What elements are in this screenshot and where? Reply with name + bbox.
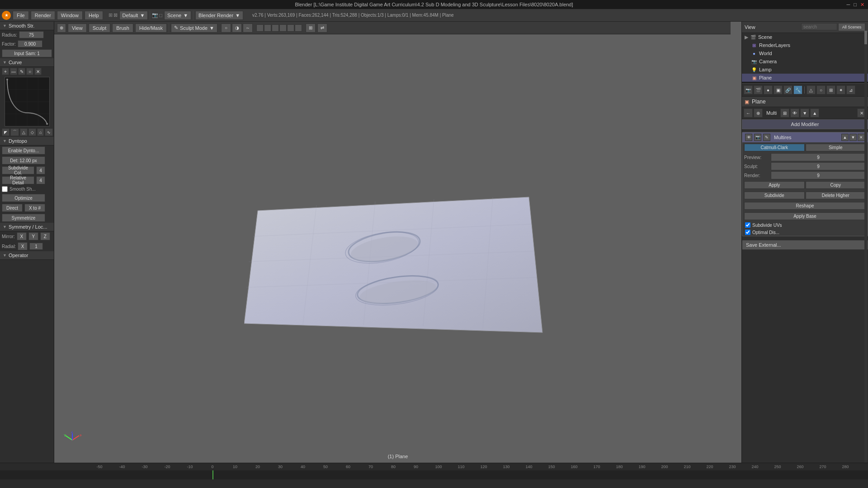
mod-tool-1[interactable]: ← xyxy=(744,108,753,117)
outliner-item-plane[interactable]: ▣ Plane xyxy=(742,74,868,82)
curve-type-1[interactable]: ◤ xyxy=(2,128,9,136)
sculpt-menu[interactable]: Sculpt xyxy=(89,23,111,33)
mod-tool-3[interactable]: ⊞ xyxy=(780,108,789,117)
prop-constraints-icon[interactable]: 🔗 xyxy=(783,85,793,94)
prop-texture-icon[interactable]: ⊞ xyxy=(826,85,835,94)
direct-value-btn[interactable]: X to # xyxy=(24,204,45,212)
prop-physics-icon[interactable]: ⊿ xyxy=(846,85,855,94)
curve-type-6[interactable]: ∿ xyxy=(45,128,53,136)
all-scenes-select[interactable]: All Scenes xyxy=(838,23,865,31)
sym-icon[interactable]: ⇌ xyxy=(317,23,327,33)
curve-add-btn[interactable]: + xyxy=(2,68,9,75)
mirror-z-btn[interactable]: Z xyxy=(40,232,50,240)
relative-detail-num[interactable]: 4 xyxy=(36,176,45,184)
interaction-mode-select[interactable]: Default▼ xyxy=(119,11,148,20)
outliner-item-scene[interactable]: ▶ 🎬 Scene xyxy=(742,33,868,41)
copy-btn[interactable]: Copy xyxy=(806,181,866,189)
mod-delete-btn[interactable]: ✕ xyxy=(858,134,865,141)
dyntopo-header[interactable]: ▼ Dyntopo xyxy=(0,137,54,145)
stroke-btn[interactable]: ～ xyxy=(243,23,253,33)
mod-tool-2[interactable]: ⊕ xyxy=(754,108,763,117)
mod-up-btn[interactable]: ▲ xyxy=(841,134,849,141)
apply-base-btn[interactable]: Apply Base xyxy=(744,212,866,220)
subdivide-btn[interactable]: Subdivide xyxy=(744,192,805,199)
enable-dyntopo-btn[interactable]: Enable Dynto... xyxy=(2,146,45,155)
save-external-btn[interactable]: Save External... xyxy=(742,240,868,250)
mirror-x-btn[interactable]: X xyxy=(17,232,27,240)
scene-select[interactable]: Scene▼ xyxy=(164,11,191,20)
mod-edit-icon[interactable]: ✎ xyxy=(763,134,770,141)
minimize-btn[interactable]: ─ xyxy=(847,2,850,8)
mod-down-btn[interactable]: ▼ xyxy=(849,134,857,141)
prop-world-icon[interactable]: ● xyxy=(764,85,773,94)
prop-modifiers-icon[interactable]: 🔧 xyxy=(793,85,802,94)
sculpt-mode-select[interactable]: ✎ Sculpt Mode▼ xyxy=(171,23,217,33)
view-menu[interactable]: View xyxy=(68,23,87,33)
smooth-shading-check[interactable] xyxy=(2,186,8,192)
curve-type-4[interactable]: ◇ xyxy=(28,128,36,136)
detail-size-btn[interactable]: Det: 12.00 px xyxy=(2,156,45,164)
factor-input[interactable] xyxy=(18,40,42,47)
prop-material-icon[interactable]: ○ xyxy=(816,85,826,94)
operator-header[interactable]: ▼ Operator xyxy=(0,251,54,260)
outliner-item-lamp[interactable]: 💡 Lamp xyxy=(742,66,868,74)
render-value[interactable] xyxy=(771,171,866,179)
apply-btn[interactable]: Apply xyxy=(744,181,805,189)
mod-tool-4[interactable]: 👁 xyxy=(790,108,799,117)
curve-close-btn[interactable]: ✕ xyxy=(34,68,42,75)
symmetrize-btn[interactable]: Symmetrize xyxy=(2,214,45,222)
close-btn[interactable]: ✕ xyxy=(860,2,864,8)
sculpt-value[interactable] xyxy=(771,162,866,170)
mirror-y-btn[interactable]: Y xyxy=(28,232,38,240)
menu-render[interactable]: Render xyxy=(31,11,55,20)
outliner-item-world[interactable]: ● World xyxy=(742,49,868,57)
engine-select[interactable]: Blender Render▼ xyxy=(195,11,243,20)
input-sample-btn[interactable]: Input Sam: 1 xyxy=(2,49,52,57)
smooth-str-header[interactable]: ▼ Smooth Str. xyxy=(0,22,54,30)
brush-menu[interactable]: Brush xyxy=(112,23,133,33)
tex-icon[interactable]: ⊞ xyxy=(306,23,316,33)
outliner-item-camera[interactable]: 📷 Camera xyxy=(742,57,868,66)
relative-detail-btn[interactable]: Relative Detail xyxy=(2,176,34,184)
mod-vis-icon[interactable]: 👁 xyxy=(745,134,752,141)
mod-tool-5[interactable]: ▼ xyxy=(800,108,809,117)
outliner-search[interactable] xyxy=(801,23,837,30)
curve-type-3[interactable]: △ xyxy=(20,128,28,136)
mod-render-icon[interactable]: 📷 xyxy=(754,134,761,141)
catmull-clark-btn[interactable]: Catmull-Clark xyxy=(744,144,805,151)
subdivide-col-num[interactable]: 4 xyxy=(36,166,45,174)
maximize-btn[interactable]: □ xyxy=(854,2,857,8)
falloff-btn[interactable]: ◑ xyxy=(232,23,242,33)
curve-type-5[interactable]: ⌂ xyxy=(37,128,44,136)
preview-value[interactable] xyxy=(771,153,866,161)
scroll-bar[interactable] xyxy=(864,31,867,463)
brush-circle-btn[interactable]: ○ xyxy=(221,23,231,33)
prop-scene-icon[interactable]: 🎬 xyxy=(754,85,763,94)
3d-viewport[interactable]: User Persp xyxy=(54,22,741,463)
reshape-btn[interactable]: Reshape xyxy=(744,202,866,210)
curve-circle-btn[interactable]: ○ xyxy=(26,68,33,75)
outliner-item-renderlayers[interactable]: ⊞ RenderLayers xyxy=(742,41,868,49)
timeline-track[interactable] xyxy=(0,470,868,479)
prop-render-icon[interactable]: 📷 xyxy=(744,85,753,94)
curve-edit-btn[interactable]: ✎ xyxy=(18,68,25,75)
scroll-thumb[interactable] xyxy=(864,31,867,44)
prop-object-icon[interactable]: ▣ xyxy=(774,85,783,94)
radial-x-btn[interactable]: X xyxy=(18,242,28,250)
curve-type-2[interactable]: ⌒ xyxy=(10,128,19,136)
hidemask-menu[interactable]: Hide/Mask xyxy=(135,23,167,33)
menu-window[interactable]: Window xyxy=(57,11,83,20)
prop-data-icon[interactable]: △ xyxy=(807,85,816,94)
mod-tool-6[interactable]: ▲ xyxy=(810,108,819,117)
subdivide-col-btn[interactable]: Subdivide Col. xyxy=(2,166,34,174)
optimal-dis-check[interactable] xyxy=(745,230,750,235)
menu-help[interactable]: Help xyxy=(85,11,103,20)
curve-remove-btn[interactable]: — xyxy=(10,68,17,75)
symmetry-header[interactable]: ▼ Symmetry / Loc... xyxy=(0,223,54,231)
radial-value-input[interactable] xyxy=(29,243,43,250)
add-modifier-btn[interactable]: Add Modifier xyxy=(742,119,868,129)
optimize-btn[interactable]: Optimize xyxy=(2,194,45,202)
curve-canvas[interactable] xyxy=(5,77,50,127)
prop-particles-icon[interactable]: ✦ xyxy=(836,85,845,94)
delete-higher-btn[interactable]: Delete Higher xyxy=(806,192,866,199)
